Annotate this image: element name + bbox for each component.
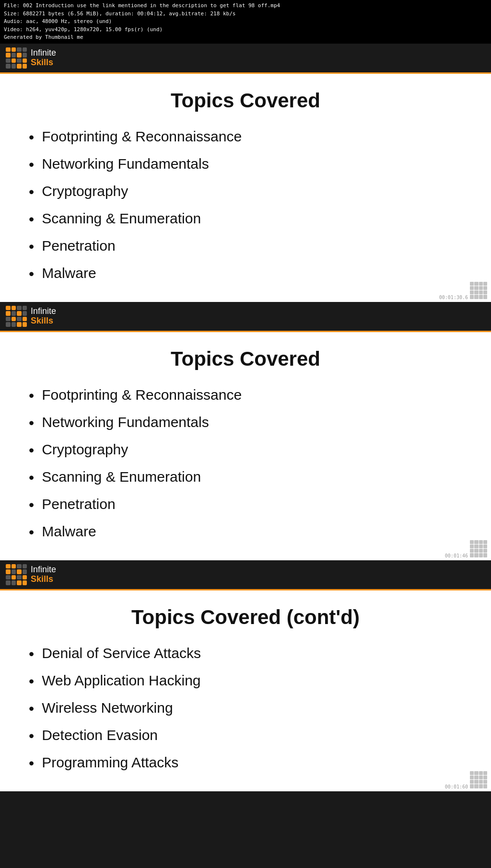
slide-1-title: Topics Covered (0, 74, 491, 124)
logo-1: Infinite Skills (6, 47, 56, 69)
logo-3: Infinite Skills (6, 564, 56, 585)
logo-grid-1 (6, 47, 27, 69)
logo-grid-3 (6, 564, 27, 585)
list-item: Footprinting & Reconnaissance (29, 124, 462, 151)
watermark-2 (470, 540, 487, 557)
list-item: Penetration (29, 233, 462, 260)
list-item: Web Application Hacking (29, 668, 462, 695)
logo-text-2: Infinite Skills (31, 307, 56, 326)
slide-panel-2: Topics Covered Footprinting & Reconnaiss… (0, 332, 491, 560)
file-info-line5: Generated by Thumbnail me (4, 34, 487, 42)
header-bar-3: Infinite Skills (0, 560, 491, 590)
header-bar-1: Infinite Skills (0, 44, 491, 74)
watermark-1 (470, 282, 487, 299)
list-item: Cryptography (29, 437, 462, 464)
list-item: Malware (29, 260, 462, 288)
slide-3-title: Topics Covered (cont'd) (0, 590, 491, 640)
file-info-line3: Audio: aac, 48000 Hz, stereo (und) (4, 18, 487, 26)
list-item: Programming Attacks (29, 750, 462, 777)
list-item: Scanning & Enumeration (29, 206, 462, 233)
file-info-line4: Video: h264, yuv420p, 1280x720, 15.00 fp… (4, 26, 487, 34)
slide-1-list: Footprinting & ReconnaissanceNetworking … (0, 124, 491, 302)
slide-panel-1: Topics Covered Footprinting & Reconnaiss… (0, 74, 491, 302)
logo-text-3: Infinite Skills (31, 565, 56, 584)
slide-2-title: Topics Covered (0, 332, 491, 382)
header-bar-2: Infinite Skills (0, 302, 491, 332)
list-item: Scanning & Enumeration (29, 464, 462, 491)
list-item: Penetration (29, 491, 462, 519)
file-info-line2: Size: 6882271 bytes (6.56 MiB), duration… (4, 10, 487, 18)
list-item: Cryptography (29, 178, 462, 206)
logo-2: Infinite Skills (6, 306, 56, 327)
list-item: Wireless Networking (29, 695, 462, 722)
slide-3-timestamp: 00:01:60 (445, 784, 468, 789)
list-item: Detection Evasion (29, 722, 462, 750)
list-item: Denial of Service Attacks (29, 640, 462, 668)
slide-2-list: Footprinting & ReconnaissanceNetworking … (0, 382, 491, 560)
slide-2-timestamp: 00:01:46 (445, 553, 468, 558)
slide-3-list: Denial of Service AttacksWeb Application… (0, 640, 491, 791)
list-item: Footprinting & Reconnaissance (29, 382, 462, 409)
logo-grid-2 (6, 306, 27, 327)
file-info-line1: File: 002 Introduction use the link ment… (4, 2, 487, 10)
watermark-3 (470, 771, 487, 788)
file-info-bar: File: 002 Introduction use the link ment… (0, 0, 491, 44)
list-item: Malware (29, 519, 462, 546)
logo-text-1: Infinite Skills (31, 48, 56, 68)
slide-panel-3: Topics Covered (cont'd) Denial of Servic… (0, 590, 491, 791)
list-item: Networking Fundamentals (29, 151, 462, 178)
list-item: Networking Fundamentals (29, 409, 462, 437)
slide-1-timestamp: 00:01:30.6 (439, 295, 468, 300)
